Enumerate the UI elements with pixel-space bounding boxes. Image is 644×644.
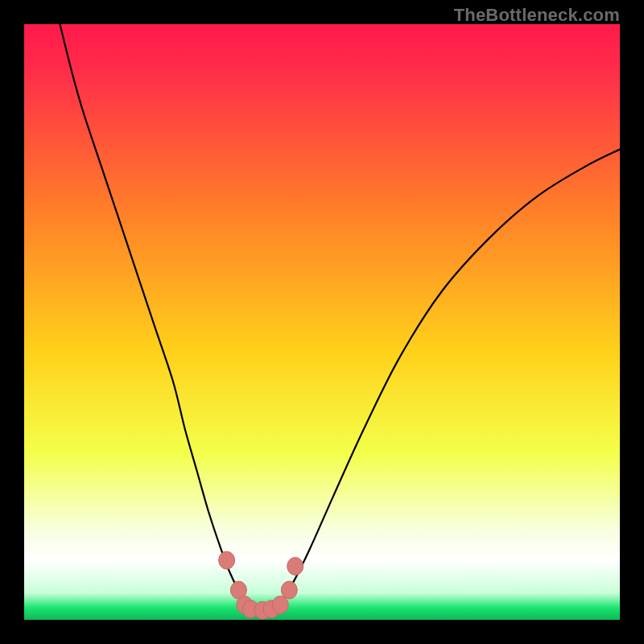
chart-area bbox=[24, 24, 620, 620]
right-curve bbox=[280, 149, 620, 601]
left-curve bbox=[60, 24, 247, 602]
marker-dot bbox=[281, 581, 297, 599]
marker-dot bbox=[287, 557, 303, 575]
marker-dot bbox=[219, 551, 235, 569]
chart-curves bbox=[24, 24, 620, 620]
bottleneck-markers bbox=[219, 551, 303, 619]
marker-dot bbox=[272, 597, 288, 614]
watermark-text: TheBottleneck.com bbox=[454, 5, 620, 26]
